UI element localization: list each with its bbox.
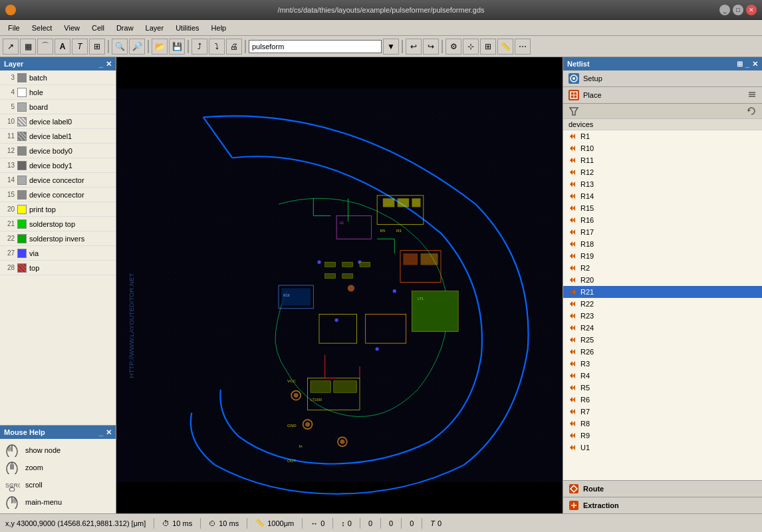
layer-item-batch[interactable]: 3batch (0, 70, 116, 85)
device-item-R17[interactable]: R17 (563, 226, 762, 238)
status-sep9 (422, 518, 422, 529)
menu-item-file[interactable]: File (3, 23, 25, 33)
toolbar-inst-btn[interactable]: ⊞ (89, 39, 105, 55)
toolbar-zoom-out-btn[interactable]: 🔎 (129, 39, 145, 55)
toolbar-area-btn[interactable]: ▦ (20, 39, 36, 55)
mouse-help-close[interactable]: ✕ (106, 428, 112, 437)
toolbar-select-btn[interactable]: ↗ (3, 39, 19, 55)
device-item-R21[interactable]: R21 (563, 286, 762, 298)
layer-item-print-top[interactable]: 20print top (0, 202, 116, 217)
refresh-icon[interactable] (746, 106, 757, 116)
layer-item-device-label1[interactable]: 11device label1 (0, 129, 116, 144)
toolbar-import-btn[interactable]: ⤵ (209, 39, 225, 55)
device-item-R23[interactable]: R23 (563, 310, 762, 322)
toolbar-grid-btn[interactable]: ⊞ (480, 39, 496, 55)
device-item-R9[interactable]: R9 (563, 430, 762, 442)
layer-item-device-body0[interactable]: 12device body0 (0, 144, 116, 158)
statusbar: x,y 43000,9000 (14568.621,9881.312) [μm]… (0, 513, 762, 532)
toolbar-export-btn[interactable]: ⤴ (191, 39, 207, 55)
menu-item-view[interactable]: View (59, 23, 85, 33)
setup-button[interactable]: Setup (563, 70, 762, 87)
extraction-button[interactable]: Extraction (563, 497, 762, 513)
device-item-R25[interactable]: R25 (563, 334, 762, 346)
device-item-R3[interactable]: R3 (563, 358, 762, 370)
canvas-area[interactable]: HTTP://WWW.LAYOUTEDITOR.NET R5 R3 (116, 57, 563, 513)
device-item-R16[interactable]: R16 (563, 214, 762, 226)
svg-marker-91 (572, 277, 575, 283)
device-name: R15 (580, 204, 594, 212)
toolbar-label-btn[interactable]: A (55, 39, 70, 55)
device-item-R18[interactable]: R18 (563, 238, 762, 250)
layer-item-solderstop-invers[interactable]: 22solderstop invers (0, 231, 116, 246)
layer-item-top[interactable]: 28top (0, 261, 116, 275)
layer-panel-close[interactable]: ✕ (106, 60, 112, 68)
toolbar-print-btn[interactable]: 🖨 (226, 39, 242, 55)
menu-item-draw[interactable]: Draw (111, 23, 139, 33)
minimize-button[interactable]: _ (719, 5, 730, 15)
menu-item-select[interactable]: Select (27, 23, 58, 33)
route-button[interactable]: Route (563, 480, 762, 497)
menu-item-cell[interactable]: Cell (86, 23, 110, 33)
device-item-R20[interactable]: R20 (563, 274, 762, 286)
toolbar-sep2 (148, 40, 149, 53)
device-item-R7[interactable]: R7 (563, 406, 762, 418)
toolbar-dropdown-btn[interactable]: ▼ (383, 39, 399, 55)
device-item-R22[interactable]: R22 (563, 298, 762, 310)
device-item-R12[interactable]: R12 (563, 166, 762, 178)
cell-name-input[interactable] (249, 40, 382, 53)
layer-item-device-concector[interactable]: 15device concector (0, 188, 116, 202)
layer-item-device-label0[interactable]: 10device label0 (0, 114, 116, 129)
device-item-R4[interactable]: R4 (563, 370, 762, 382)
toolbar-redo-btn[interactable]: ↪ (423, 39, 439, 55)
toolbar-zoom-in-btn[interactable]: 🔍 (112, 39, 128, 55)
device-item-R6[interactable]: R6 (563, 394, 762, 406)
device-item-U1[interactable]: U1 (563, 442, 762, 454)
device-item-R19[interactable]: R19 (563, 250, 762, 262)
layer-item-board[interactable]: 5board (0, 100, 116, 114)
device-icon (569, 395, 578, 404)
device-item-R2[interactable]: R2 (563, 262, 762, 274)
toolbar-more-btn[interactable]: ⋯ (515, 39, 531, 55)
toolbar-sep1 (108, 40, 109, 53)
device-item-R11[interactable]: R11 (563, 154, 762, 166)
device-item-R15[interactable]: R15 (563, 202, 762, 214)
menu-item-utilities[interactable]: Utilities (170, 23, 204, 33)
layer-item-device-body1[interactable]: 13device body1 (0, 158, 116, 173)
device-item-R1[interactable]: R1 (563, 130, 762, 142)
svg-marker-76 (570, 194, 572, 199)
toolbar-text-btn[interactable]: T (72, 39, 88, 55)
device-item-R14[interactable]: R14 (563, 190, 762, 202)
netlist-panel-expand[interactable]: ⊞ (737, 60, 743, 68)
device-icon (569, 359, 578, 368)
netlist-panel-close[interactable]: ✕ (752, 60, 758, 68)
toolbar-open-btn[interactable]: 📂 (152, 39, 168, 55)
layer-item-via[interactable]: 27via (0, 246, 116, 261)
main-layout: Layer _ ✕ 3batch4hole5board10device labe… (0, 57, 762, 513)
device-icon (569, 371, 578, 380)
device-item-R8[interactable]: R8 (563, 418, 762, 430)
toolbar-wire-btn[interactable]: ⌒ (37, 39, 53, 55)
maximize-button[interactable]: □ (733, 5, 743, 15)
toolbar-undo-btn[interactable]: ↩ (406, 39, 422, 55)
layer-item-solderstop-top[interactable]: 21solderstop top (0, 217, 116, 231)
device-name: R26 (580, 348, 594, 356)
toolbar-snap-btn[interactable]: ⊹ (463, 39, 479, 55)
toolbar-save-btn[interactable]: 💾 (169, 39, 185, 55)
toolbar-ruler-btn[interactable]: 📏 (497, 39, 513, 55)
device-icon (569, 323, 578, 332)
close-button[interactable]: ✕ (746, 5, 757, 15)
toolbar-properties-btn[interactable]: ⚙ (445, 39, 461, 55)
layer-item-device-concector[interactable]: 14device concector (0, 173, 116, 188)
menu-item-layer[interactable]: Layer (140, 23, 170, 33)
mouse-help-minimize[interactable]: _ (99, 428, 103, 437)
netlist-panel-minimize[interactable]: _ (745, 60, 749, 68)
device-item-R26[interactable]: R26 (563, 346, 762, 358)
menu-item-help[interactable]: Help (206, 23, 232, 33)
device-item-R5[interactable]: R5 (563, 382, 762, 394)
layer-panel-minimize[interactable]: _ (99, 60, 103, 68)
device-item-R13[interactable]: R13 (563, 178, 762, 190)
place-button[interactable]: Place (563, 87, 762, 104)
device-item-R24[interactable]: R24 (563, 322, 762, 334)
layer-item-hole[interactable]: 4hole (0, 85, 116, 100)
device-item-R10[interactable]: R10 (563, 142, 762, 154)
